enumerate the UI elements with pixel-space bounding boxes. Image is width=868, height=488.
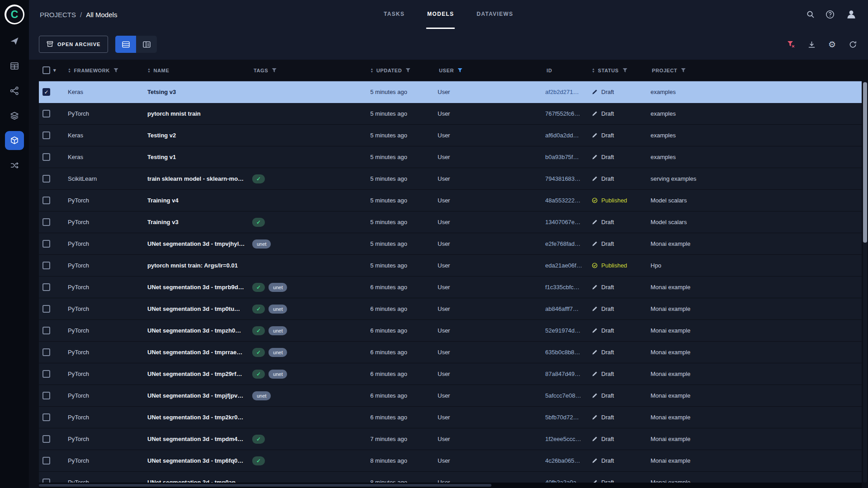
cell-name[interactable]: UNet segmentation 3d - tmpdm4… xyxy=(147,436,252,442)
breadcrumb-projects[interactable]: PROJECTS xyxy=(40,11,76,19)
cell-name[interactable]: Training v4 xyxy=(147,197,252,204)
table-row[interactable]: KerasTesting v15 minutes agoUserb0a93b75… xyxy=(39,146,862,168)
table-row[interactable]: PyTorchTraining v3✓5 minutes agoUser1340… xyxy=(39,211,862,233)
row-checkbox[interactable] xyxy=(42,197,50,204)
table-row[interactable]: PyTorchTraining v45 minutes agoUser48a55… xyxy=(39,190,862,211)
row-checkbox[interactable] xyxy=(42,218,50,226)
table-row[interactable]: PyTorchpytorch mnist train5 minutes agoU… xyxy=(39,103,862,125)
row-checkbox[interactable] xyxy=(42,240,50,248)
sidebar-item-models[interactable] xyxy=(5,131,24,150)
sidebar-item-datasets[interactable] xyxy=(5,106,24,125)
cell-id: eda21ae06f… xyxy=(545,262,592,269)
tab-tasks[interactable]: TASKS xyxy=(383,0,406,29)
table-row[interactable]: PyTorchUNet segmentation 3d - tmpzh0…✓un… xyxy=(39,320,862,342)
table-row[interactable]: PyTorchUNet segmentation 3d - tmpvjhyl…u… xyxy=(39,233,862,255)
table-row[interactable]: PyTorchUNet segmentation 3d - tmp29rf…✓u… xyxy=(39,363,862,385)
cell-status: Draft xyxy=(592,457,651,464)
table-row[interactable]: PyTorchUNet segmentation 3d - tmp2kr0…6 … xyxy=(39,407,862,428)
cell-id: 52e91974d… xyxy=(545,327,592,334)
row-checkbox[interactable] xyxy=(42,370,50,378)
filter-icon[interactable] xyxy=(272,68,277,73)
row-checkbox[interactable] xyxy=(42,392,50,399)
row-checkbox[interactable] xyxy=(42,413,50,421)
cell-name[interactable]: UNet segmentation 3d - tmprb9d… xyxy=(147,284,252,291)
chevron-down-icon[interactable]: ▾ xyxy=(53,67,56,73)
cell-name[interactable]: Tetsing v3 xyxy=(147,89,252,95)
filter-icon[interactable] xyxy=(113,68,118,73)
table-row[interactable]: KerasTesting v25 minutes agoUseraf6d0a2d… xyxy=(39,125,862,146)
filter-icon[interactable] xyxy=(458,68,462,73)
tab-dataviews[interactable]: DATAVIEWS xyxy=(476,0,514,29)
sidebar-item-dashboard[interactable] xyxy=(5,32,24,51)
column-header-tags[interactable]: TAGS xyxy=(252,68,370,73)
clearml-logo[interactable]: C xyxy=(5,5,24,24)
table-row[interactable]: PyTorchUNet segmentation 3d - tmpdm4…✓7 … xyxy=(39,428,862,450)
cell-name[interactable]: train sklearn model - sklearn-mo… xyxy=(147,175,252,182)
column-header-name[interactable]: ▲▼NAME xyxy=(147,68,252,73)
cell-name[interactable]: Testing v2 xyxy=(147,132,252,139)
open-archive-button[interactable]: OPEN ARCHIVE xyxy=(39,36,108,53)
clear-filters-icon[interactable] xyxy=(787,40,795,48)
row-checkbox[interactable] xyxy=(42,262,50,269)
table-row[interactable]: PyTorchUNet segmentation 3d - tmprb9d…✓u… xyxy=(39,277,862,298)
table-row[interactable]: ScikitLearntrain sklearn model - sklearn… xyxy=(39,168,862,190)
cell-name[interactable]: pytorch mnist train xyxy=(147,110,252,117)
app-root: C PROJECTS / All Models TASKSMODELSDATAV… xyxy=(0,0,868,488)
cell-name[interactable]: UNet segmentation 3d - tmp0tu… xyxy=(147,305,252,312)
table-row[interactable]: PyTorchUNet segmentation 3d - tmprrae…✓u… xyxy=(39,342,862,363)
row-checkbox[interactable] xyxy=(42,175,50,183)
row-checkbox[interactable] xyxy=(42,327,50,334)
table-row[interactable]: PyTorchUNet segmentation 3d - tmp0tu…✓un… xyxy=(39,298,862,320)
tab-models[interactable]: MODELS xyxy=(426,0,455,29)
row-checkbox[interactable] xyxy=(42,457,50,465)
sidebar-item-pipelines[interactable] xyxy=(5,81,24,100)
table-row[interactable]: PyTorchpytorch mnist train: Args/lr=0.01… xyxy=(39,255,862,277)
filter-icon[interactable] xyxy=(681,68,686,73)
column-header-framework[interactable]: ▲▼FRAMEWORK xyxy=(68,68,147,73)
row-checkbox[interactable] xyxy=(42,283,50,291)
table-row[interactable]: PyTorchUNet segmentation 3d - tmp6fq0…✓8… xyxy=(39,450,862,472)
filter-icon[interactable] xyxy=(406,68,410,73)
horizontal-scrollbar-thumb[interactable] xyxy=(39,484,491,487)
cell-framework: PyTorch xyxy=(68,284,147,291)
help-icon[interactable] xyxy=(826,10,835,19)
column-header-status[interactable]: ▲▼STATUS xyxy=(592,68,651,73)
filter-icon[interactable] xyxy=(623,68,627,73)
cell-name[interactable]: Testing v1 xyxy=(147,154,252,160)
cell-name[interactable]: UNet segmentation 3d - tmpjfjpv… xyxy=(147,392,252,399)
table-row[interactable]: PyTorchUNet segmentation 3d - tmpjfjpv…u… xyxy=(39,385,862,407)
sidebar-item-workers-queues[interactable] xyxy=(5,156,24,175)
row-checkbox[interactable] xyxy=(42,435,50,443)
row-checkbox[interactable]: ✓ xyxy=(42,88,50,96)
row-checkbox[interactable] xyxy=(42,348,50,356)
cell-name[interactable]: Training v3 xyxy=(147,219,252,225)
column-header-user[interactable]: USER xyxy=(438,68,545,73)
cell-name[interactable]: UNet segmentation 3d - tmp2kr0… xyxy=(147,414,252,421)
table-view-icon[interactable] xyxy=(115,36,136,53)
download-icon[interactable] xyxy=(808,41,816,48)
settings-icon[interactable]: ⚙ xyxy=(828,40,836,49)
column-header-project[interactable]: PROJECT xyxy=(651,68,862,73)
cell-name[interactable]: UNet segmentation 3d - tmprrae… xyxy=(147,349,252,356)
cell-name[interactable]: UNet segmentation 3d - tmpzh0… xyxy=(147,327,252,334)
auto-refresh-icon[interactable] xyxy=(849,40,857,49)
cell-name[interactable]: UNet segmentation 3d - tmp29rf… xyxy=(147,371,252,377)
cell-framework: Keras xyxy=(68,132,147,139)
search-icon[interactable] xyxy=(807,10,815,19)
sidebar-item-projects[interactable] xyxy=(5,56,24,75)
split-view-icon[interactable] xyxy=(136,36,157,53)
cell-name[interactable]: UNet segmentation 3d - tmpvjhyl… xyxy=(147,240,252,247)
row-checkbox[interactable] xyxy=(42,110,50,117)
row-checkbox[interactable] xyxy=(42,153,50,161)
column-header-updated[interactable]: ▲▼UPDATED xyxy=(370,68,438,73)
cell-name[interactable]: pytorch mnist train: Args/lr=0.01 xyxy=(147,262,252,269)
user-avatar-icon[interactable] xyxy=(845,9,857,20)
vertical-scrollbar-thumb[interactable] xyxy=(863,82,867,243)
column-header-id[interactable]: ID xyxy=(545,68,592,73)
cell-name[interactable]: UNet segmentation 3d - tmp6fq0… xyxy=(147,457,252,464)
table-row[interactable]: ✓KerasTetsing v35 minutes agoUseraf2b2d2… xyxy=(39,81,862,103)
row-checkbox[interactable] xyxy=(42,131,50,139)
row-checkbox[interactable] xyxy=(42,305,50,313)
breadcrumb-current[interactable]: All Models xyxy=(86,11,117,19)
select-all-checkbox[interactable] xyxy=(42,66,50,74)
